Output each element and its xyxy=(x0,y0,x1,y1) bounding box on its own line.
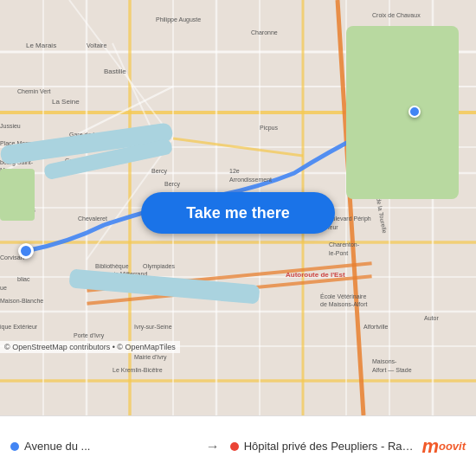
svg-text:Voltaire: Voltaire xyxy=(87,42,106,48)
svg-text:Bibliothèque: Bibliothèque xyxy=(95,263,129,270)
svg-text:Ivry-sur-Seine: Ivry-sur-Seine xyxy=(134,324,172,331)
direction-arrow: → xyxy=(203,439,223,454)
svg-text:12e: 12e xyxy=(229,168,240,174)
take-me-there-button[interactable]: Take me there xyxy=(141,192,335,234)
svg-text:Autoroute de l'Est: Autoroute de l'Est xyxy=(286,271,345,279)
moovit-logo: m oovit xyxy=(421,435,466,458)
moovit-m-letter: m xyxy=(421,435,439,458)
svg-text:Chevaleret: Chevaleret xyxy=(78,215,107,222)
svg-text:La Seine: La Seine xyxy=(52,98,80,106)
svg-text:Charenton-: Charenton- xyxy=(329,241,360,248)
svg-text:ue: ue xyxy=(0,285,7,291)
origin-location: Avenue du ... xyxy=(10,440,196,453)
svg-text:ique Extérieur: ique Extérieur xyxy=(0,324,38,331)
vincennes-park xyxy=(346,26,459,199)
bottom-bar: Avenue du ... → Hôpital privé des Peupli… xyxy=(0,415,476,476)
svg-text:Bercy: Bercy xyxy=(164,181,180,188)
svg-text:Autor: Autor xyxy=(424,315,439,321)
svg-text:Mairie d'Ivry: Mairie d'Ivry xyxy=(134,354,167,361)
svg-text:Bastille: Bastille xyxy=(104,68,126,75)
svg-text:bliac: bliac xyxy=(17,276,30,282)
svg-text:Chemin Vert: Chemin Vert xyxy=(17,88,51,94)
svg-text:Arrondissement: Arrondissement xyxy=(229,177,272,183)
svg-text:Croix de Chavaux: Croix de Chavaux xyxy=(372,12,421,18)
svg-text:Maison-Blanche: Maison-Blanche xyxy=(0,298,43,304)
origin-marker xyxy=(18,243,34,259)
moovit-rest-text: oovit xyxy=(439,440,466,453)
svg-text:de Maisons-Alfort: de Maisons-Alfort xyxy=(320,301,368,307)
svg-text:Charonne: Charonne xyxy=(251,29,278,35)
svg-text:Jussieu: Jussieu xyxy=(0,123,21,129)
svg-text:Philippe Auguste: Philippe Auguste xyxy=(156,16,201,23)
destination-dot xyxy=(230,442,239,451)
svg-text:Bercy: Bercy xyxy=(151,168,167,175)
svg-text:Olympiades: Olympiades xyxy=(143,263,175,270)
svg-text:Picpus: Picpus xyxy=(260,125,279,132)
left-park xyxy=(0,169,35,221)
svg-text:le-Pont: le-Pont xyxy=(329,250,348,256)
destination-text: Hôpital privé des Peupliers - Ramsay... xyxy=(244,440,415,453)
map-container: Le Marais Bastille La Seine Chemin Vert … xyxy=(0,0,476,415)
svg-text:École Vétérinaire: École Vétérinaire xyxy=(320,293,366,299)
svg-text:Maisons-: Maisons- xyxy=(372,358,397,364)
osm-credit: © OpenStreetMap contributors • © OpenMap… xyxy=(0,341,180,353)
destination-marker xyxy=(408,106,421,118)
svg-text:Porte d'Ivry: Porte d'Ivry xyxy=(74,332,105,339)
svg-text:Alfort — Stade: Alfort — Stade xyxy=(372,367,412,373)
svg-text:Alfortville: Alfortville xyxy=(363,324,389,330)
origin-dot xyxy=(10,442,19,451)
svg-line-25 xyxy=(113,43,156,138)
destination-location: Hôpital privé des Peupliers - Ramsay... xyxy=(230,440,415,453)
svg-text:Le Kremlin-Bicêtre: Le Kremlin-Bicêtre xyxy=(113,367,163,373)
svg-text:Le Marais: Le Marais xyxy=(26,42,56,49)
origin-text: Avenue du ... xyxy=(24,440,90,453)
